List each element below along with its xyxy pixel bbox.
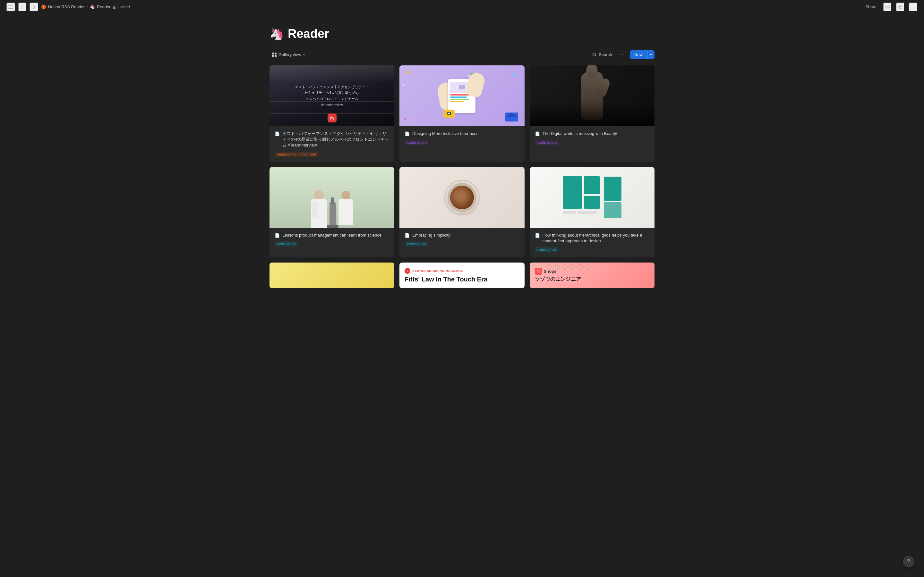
card-2-body: 📄 Designing More Inclusive Interfaces ux… bbox=[399, 126, 524, 150]
page-title: Reader bbox=[288, 27, 329, 41]
breadcrumb-icon-2: 🦄 bbox=[90, 5, 95, 9]
card-6-title-row: 📄 How thinking about hierarchical grids … bbox=[535, 232, 649, 244]
card-2-image: 🧩 bbox=[399, 65, 524, 126]
breadcrumb-current[interactable]: Reader bbox=[97, 5, 111, 9]
more-options-button[interactable]: ··· bbox=[909, 3, 918, 11]
forward-button[interactable] bbox=[29, 3, 39, 11]
card-3-title-row: 📄 The Digital world is messing with Beau… bbox=[535, 131, 649, 137]
card-1-tag[interactable]: engineering.mercari.com bbox=[275, 152, 318, 157]
menu-button[interactable] bbox=[6, 3, 15, 11]
card-2[interactable]: 🧩 📄 Designing More Inclusive Interfac bbox=[399, 65, 524, 162]
card-6-body: 📄 How thinking about hierarchical grids … bbox=[530, 228, 654, 258]
lock-status: Locked bbox=[112, 5, 130, 9]
card-2-tag[interactable]: uxplanet.org bbox=[405, 140, 429, 145]
breadcrumb: 🎁 Notion RSS Reader / 🦄 Reader Locked bbox=[41, 5, 130, 9]
card-6[interactable]: 📄 How thinking about hierarchical grids … bbox=[530, 167, 654, 258]
card-6-tag[interactable]: uxdesign.cc bbox=[535, 247, 559, 252]
toolbar-right: Search ··· New ▾ bbox=[589, 50, 654, 59]
card-5-title: Embracing simplicity bbox=[412, 232, 450, 238]
page-title-area: 🦄 Reader bbox=[270, 27, 654, 41]
breadcrumb-icon: 🎁 bbox=[41, 5, 46, 9]
card-1-image: テスト・パフォーマンス丨アクセシビリティ・セキュリティの4大品質に取り組むメルペ… bbox=[270, 65, 394, 126]
doc-icon-5: 📄 bbox=[405, 233, 410, 238]
svg-rect-0 bbox=[8, 5, 13, 6]
page-title-icon: 🦄 bbox=[270, 27, 284, 41]
card-4-tag[interactable]: uxdesign.cc bbox=[275, 242, 298, 247]
card-4[interactable]: 📄 Lessons product management can learn f… bbox=[270, 167, 394, 258]
card-3-title: The Digital world is messing with Beauty bbox=[543, 131, 617, 137]
search-icon bbox=[592, 53, 597, 57]
card-7-image bbox=[270, 263, 394, 288]
card-3[interactable]: 📄 The Digital world is messing with Beau… bbox=[530, 65, 654, 162]
topbar-left: 🎁 Notion RSS Reader / 🦄 Reader Locked bbox=[6, 3, 130, 11]
history-button[interactable] bbox=[883, 3, 892, 11]
new-button-label: New bbox=[630, 50, 647, 59]
card-5[interactable]: 📄 Embracing simplicity uxdesign.cc bbox=[399, 167, 524, 258]
svg-rect-1 bbox=[8, 7, 13, 7]
card-5-body: 📄 Embracing simplicity uxdesign.cc bbox=[399, 228, 524, 251]
chevron-down-icon: ▾ bbox=[303, 53, 305, 56]
doc-icon: 📄 bbox=[275, 131, 280, 136]
topbar-right: Share ··· bbox=[863, 3, 918, 11]
card-3-image bbox=[530, 65, 654, 126]
doc-icon-2: 📄 bbox=[405, 131, 410, 136]
card-4-image bbox=[270, 167, 394, 228]
card-2-title: Designing More Inclusive Interfaces bbox=[412, 131, 478, 137]
new-button-chevron[interactable]: ▾ bbox=[647, 51, 654, 59]
card-9[interactable]: 🏠🏠🏠🏠 🏠🏠🏠🏠 🛍 Shops ソゾウのエンジニア bbox=[530, 263, 654, 288]
favorite-button[interactable] bbox=[896, 3, 905, 11]
gallery-grid: テスト・パフォーマンス丨アクセシビリティ・セキュリティの4大品質に取り組むメルペ… bbox=[270, 65, 654, 288]
help-button[interactable]: ? bbox=[903, 556, 914, 567]
card-4-title-row: 📄 Lessons product management can learn f… bbox=[275, 232, 389, 238]
toolbar-left: Gallery view ▾ bbox=[270, 51, 307, 58]
card-5-image bbox=[399, 167, 524, 228]
card-3-body: 📄 The Digital world is messing with Beau… bbox=[530, 126, 654, 150]
card-2-title-row: 📄 Designing More Inclusive Interfaces bbox=[405, 131, 519, 137]
topbar: 🎁 Notion RSS Reader / 🦄 Reader Locked Sh… bbox=[0, 0, 924, 14]
gallery-view-button[interactable]: Gallery view ▾ bbox=[270, 51, 307, 58]
card-1-title: テスト・パフォーマンス・アクセシビリティ・セキュリティの4大品質に取り組むメルペ… bbox=[282, 131, 389, 148]
card-5-tag[interactable]: uxdesign.cc bbox=[405, 242, 428, 247]
search-button[interactable]: Search bbox=[589, 51, 615, 58]
share-button[interactable]: Share bbox=[863, 3, 879, 11]
card-6-image bbox=[530, 167, 654, 228]
card-4-title: Lessons product management can learn fro… bbox=[282, 232, 381, 238]
svg-rect-2 bbox=[8, 8, 13, 9]
doc-icon-4: 📄 bbox=[275, 233, 280, 238]
new-button[interactable]: New ▾ bbox=[630, 50, 654, 59]
card-9-image: 🏠🏠🏠🏠 🏠🏠🏠🏠 🛍 Shops ソゾウのエンジニア bbox=[530, 263, 654, 288]
card-8[interactable]: S New on Smashing Magazine Fitts' Law In… bbox=[399, 263, 524, 288]
card-1[interactable]: テスト・パフォーマンス丨アクセシビリティ・セキュリティの4大品質に取り組むメルペ… bbox=[270, 65, 394, 162]
search-label: Search bbox=[599, 52, 612, 57]
gallery-icon bbox=[272, 53, 276, 57]
gallery-view-label: Gallery view bbox=[278, 52, 301, 57]
breadcrumb-separator: / bbox=[87, 5, 88, 9]
page-content: 🦄 Reader Gallery view ▾ Search ··· bbox=[254, 14, 670, 308]
back-button[interactable] bbox=[18, 3, 27, 11]
doc-icon-6: 📄 bbox=[535, 233, 540, 238]
card-1-title-row: 📄 テスト・パフォーマンス・アクセシビリティ・セキュリティの4大品質に取り組むメ… bbox=[275, 131, 389, 148]
card-3-tag[interactable]: uxplanet.org bbox=[535, 140, 559, 145]
toolbar-more-button[interactable]: ··· bbox=[619, 51, 627, 59]
breadcrumb-parent[interactable]: Notion RSS Reader bbox=[48, 5, 85, 9]
card-6-title: How thinking about hierarchical grids he… bbox=[543, 232, 649, 244]
card-8-image: S New on Smashing Magazine Fitts' Law In… bbox=[399, 263, 524, 288]
card-5-title-row: 📄 Embracing simplicity bbox=[405, 232, 519, 238]
card-1-body: 📄 テスト・パフォーマンス・アクセシビリティ・セキュリティの4大品質に取り組むメ… bbox=[270, 126, 394, 162]
doc-icon-3: 📄 bbox=[535, 131, 540, 136]
toolbar: Gallery view ▾ Search ··· New ▾ bbox=[270, 50, 654, 59]
svg-rect-3 bbox=[113, 7, 115, 9]
card-4-body: 📄 Lessons product management can learn f… bbox=[270, 228, 394, 251]
card-7[interactable] bbox=[270, 263, 394, 288]
